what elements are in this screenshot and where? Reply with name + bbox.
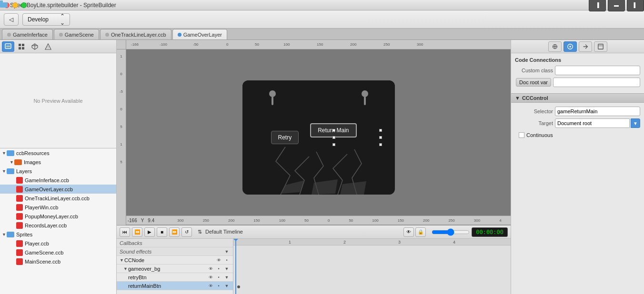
timeline-sort-icon: ⇅: [198, 229, 202, 235]
track-dot-icon[interactable]: •: [223, 257, 230, 264]
track-label: retryBtn: [128, 274, 147, 280]
tree-item-ccbresources[interactable]: ▼ ccbResources: [0, 148, 116, 157]
tree-item-onetracklinelayer-ccb[interactable]: OneTrackLineLayer.ccb.ccb: [0, 194, 116, 203]
chevron-icon: ⌃⌄: [60, 13, 65, 26]
doc-root-var-dropdown[interactable]: Doc root var: [516, 78, 551, 87]
titlebar: SpeedBoyLite.spritebuilder - SpriteBuild…: [0, 0, 644, 10]
track-down-icon[interactable]: ▼: [223, 274, 230, 281]
grid-view-button[interactable]: [15, 41, 28, 52]
timeline-rewind-button[interactable]: ⏮: [120, 227, 130, 237]
3d-view-button[interactable]: [29, 41, 41, 52]
timeline: ⏮ ⏪ ▶ ■ ⏩ ↺ ⇅ Default Timeline 👁 🔒: [117, 225, 511, 294]
timeline-time-display: 00:00:00: [472, 227, 508, 237]
target-dropdown-arrow[interactable]: ▼: [631, 118, 640, 128]
timeline-track-callbacks[interactable]: Callbacks: [117, 239, 233, 247]
custom-class-input[interactable]: [555, 66, 640, 75]
tree-item-gamescene-ccb[interactable]: GameScene.ccb: [0, 248, 116, 257]
tree-item-layers[interactable]: ▼ Layers: [0, 167, 116, 176]
panel-tab-physics[interactable]: [579, 41, 592, 52]
track-down-icon[interactable]: ▼: [223, 248, 230, 255]
retry-button[interactable]: Retry: [271, 131, 299, 144]
tree-item-popupmoneylayer-ccb[interactable]: PopupMoneyLayer.ccb: [0, 212, 116, 221]
canvas-area: -166 -100 -50 0 50 100 150 200 250 300 1…: [117, 40, 511, 225]
timeline-track-retrybtn[interactable]: retryBtn 👁 • ▼: [117, 273, 233, 282]
timeline-step-forward-button[interactable]: ⏩: [169, 227, 180, 237]
track-eye-icon[interactable]: 👁: [207, 274, 214, 281]
sidebar-right-view-button[interactable]: ▌: [627, 0, 644, 11]
custom-class-label: Custom class: [515, 68, 553, 73]
tree-item-gameoverlayer-ccb[interactable]: GameOverLayer.ccb: [0, 185, 116, 194]
tree-item-gameinferface-ccb[interactable]: GameInferface.ccb: [0, 176, 116, 185]
section-arrow: ▼: [515, 95, 520, 101]
tree-item-player-ccb[interactable]: Player.ccb: [0, 239, 116, 248]
sidebar-left-view-button[interactable]: ▐: [589, 0, 606, 11]
timeline-play-button[interactable]: ▶: [144, 227, 155, 237]
timeline-eye-icon[interactable]: 👁: [403, 227, 414, 237]
timeline-lock-icon[interactable]: 🔒: [415, 227, 426, 237]
tree-item-playerwin-ccb[interactable]: PlayerWin.ccb: [0, 203, 116, 212]
develop-dropdown[interactable]: Develop ⌃⌄: [22, 13, 70, 26]
continuous-checkbox[interactable]: [519, 132, 524, 138]
timeline-track-gameovergb[interactable]: ▼ gameover_bg 👁 • ▼: [117, 265, 233, 273]
timeline-track-ccnode[interactable]: ▼ CCNode 👁 •: [117, 256, 233, 265]
doc-root-var-input[interactable]: [553, 78, 640, 87]
minimize-button[interactable]: [12, 2, 18, 8]
back-forward-button[interactable]: ◁: [4, 13, 19, 26]
tree-item-recordslayer-ccb[interactable]: RecordsLayer.ccb: [0, 221, 116, 230]
tree-arrow: ▼: [2, 169, 7, 174]
y-value: 9.4: [148, 218, 154, 223]
file-icon: [16, 240, 23, 247]
svg-marker-18: [340, 181, 366, 195]
warning-button[interactable]: !: [42, 41, 54, 52]
svg-rect-1: [6, 46, 10, 46]
target-input[interactable]: [555, 118, 630, 128]
timeline-body: Callbacks Sound effects ▼ ▼ CCNode: [117, 239, 511, 294]
tab-onetracklinelayer[interactable]: OneTrackLineLayer.ccb: [100, 29, 171, 39]
folder-icon: [7, 232, 14, 237]
custom-class-row: Custom class: [515, 66, 640, 75]
panel-tab-connections[interactable]: [548, 41, 562, 52]
timeline-step-back-button[interactable]: ⏪: [132, 227, 142, 237]
selection-handle-ml: [332, 136, 335, 139]
tab-gameinferface[interactable]: GameInferface: [2, 29, 53, 39]
tree-arrow: ▼: [2, 151, 7, 156]
x-value: -166: [128, 218, 137, 223]
continuous-label: Continuous: [526, 132, 553, 138]
timeline-loop-button[interactable]: ↺: [181, 227, 192, 237]
center-view-button[interactable]: ▬: [608, 0, 625, 11]
track-eye-icon[interactable]: 👁: [207, 283, 214, 289]
timeline-playhead[interactable]: [235, 239, 236, 294]
tree-item-mainscene-ccb[interactable]: MainScene.ccb: [0, 257, 116, 266]
timeline-ruler: 1 2 3 4: [233, 239, 511, 245]
panel-tab-template[interactable]: [594, 41, 607, 52]
maximize-button[interactable]: [21, 2, 27, 8]
file-view-button[interactable]: [2, 41, 14, 52]
tree-item-images[interactable]: ▼ Images: [0, 157, 116, 167]
timeline-track-soundeffects[interactable]: Sound effects ▼: [117, 247, 233, 256]
timeline-track-returnmainbtn[interactable]: returnMainBtn 👁 • ▼: [117, 282, 233, 290]
selector-input[interactable]: [555, 107, 640, 116]
tab-gameoverlayer[interactable]: GameOverLayer: [172, 29, 227, 39]
track-eye-icon[interactable]: 👁: [215, 257, 222, 264]
track-down-icon[interactable]: ▼: [223, 265, 230, 272]
cccontrol-section-header: ▼ CCControl: [511, 93, 644, 103]
track-dot-icon[interactable]: •: [215, 274, 222, 281]
svg-text:!: !: [48, 46, 49, 49]
tab-gamescene[interactable]: GameScene: [54, 29, 99, 39]
svg-rect-3: [19, 44, 21, 46]
right-panel-tabs: [511, 40, 644, 53]
doc-root-var-row: Doc root var: [515, 78, 640, 87]
tab-dot: [178, 33, 181, 37]
track-dot-icon[interactable]: •: [215, 283, 222, 289]
track-down-icon[interactable]: ▼: [223, 283, 230, 289]
ruler-top: -166 -100 -50 0 50 100 150 200 250 300: [126, 40, 511, 49]
timeline-scrubber-input[interactable]: [432, 228, 470, 236]
panel-tab-properties[interactable]: [564, 41, 577, 52]
right-panel: Code Connections Custom class Doc root v…: [511, 40, 644, 294]
timeline-stop-button[interactable]: ■: [157, 227, 167, 237]
svg-rect-24: [598, 44, 603, 49]
track-eye-icon[interactable]: 👁: [207, 265, 214, 272]
track-dot-icon[interactable]: •: [215, 265, 222, 272]
tree-item-sprites[interactable]: ▼ Sprites: [0, 230, 116, 239]
crack-overlay: [242, 137, 395, 195]
